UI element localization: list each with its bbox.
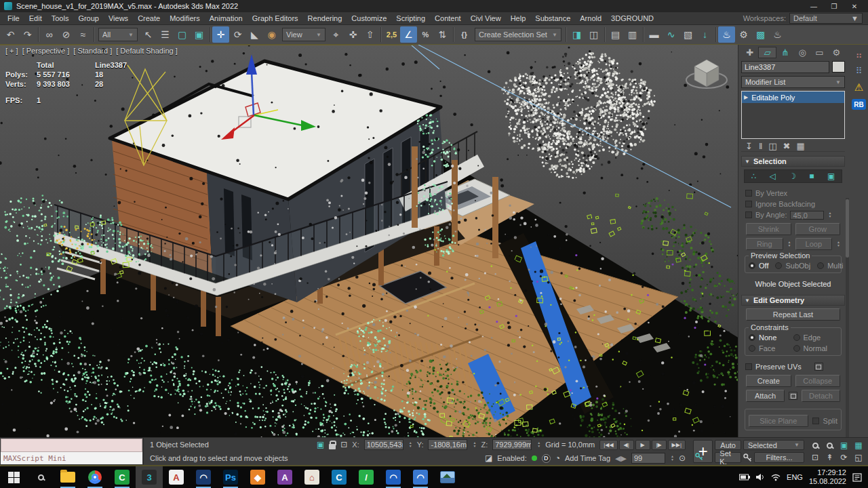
menu-civl-view[interactable]: Civl View	[466, 13, 506, 24]
window-crossing-toggle-button[interactable]: ▣	[191, 26, 208, 43]
taskbar-autocad-icon[interactable]: A	[163, 466, 190, 488]
taskbar-app-orange-icon[interactable]: ◆	[244, 466, 271, 488]
viewport-menu-pov[interactable]: [ Perspective ]	[22, 47, 70, 55]
select-and-scale-button[interactable]: ◣	[246, 26, 263, 43]
maximize-viewport-button[interactable]: ◱	[852, 452, 865, 464]
menu-edit[interactable]: Edit	[24, 13, 47, 24]
attach-list-button[interactable]	[789, 392, 797, 400]
frame-spinner[interactable]: ▲▼	[671, 455, 674, 462]
maxscript-macro-pane[interactable]	[1, 439, 142, 452]
taskbar-chrome-icon[interactable]	[81, 466, 108, 488]
preserve-uvs-checkbox[interactable]	[745, 363, 752, 370]
select-by-name-button[interactable]: ☰	[157, 26, 174, 43]
show-end-result-icon[interactable]: ‖	[759, 141, 762, 151]
walk-through-button[interactable]: ↟	[823, 452, 836, 464]
modifier-list-dropdown[interactable]: Modifier List▼	[741, 76, 845, 88]
stack-item-editable-poly[interactable]: ▶Editable Poly	[742, 92, 844, 103]
schematic-view-button[interactable]: ▧	[679, 26, 696, 43]
taskbar-clock[interactable]: 17:29:1215.08.2022	[809, 468, 846, 486]
viewport-menu-shading[interactable]: [ Default Shading ]	[116, 47, 178, 55]
notifications-icon[interactable]	[852, 473, 862, 482]
angle-snap-toggle-button[interactable]: ∠	[400, 26, 417, 43]
repeat-last-button[interactable]: Repeat Last	[746, 308, 840, 321]
taskbar-file-explorer-icon[interactable]	[54, 466, 81, 488]
maxscript-mini-label[interactable]: MAXScript Mini	[1, 452, 142, 464]
constraint-face-radio[interactable]: Face	[749, 344, 793, 352]
constraint-edge-radio[interactable]: Edge	[793, 333, 838, 342]
key-filters-icon[interactable]	[743, 453, 752, 462]
language-indicator[interactable]: ENG	[787, 473, 803, 481]
spinner-snap-toggle-button[interactable]: ⇅	[434, 26, 451, 43]
ring-button[interactable]: Ring	[746, 238, 783, 250]
select-and-manipulate-button[interactable]: ✜	[344, 26, 361, 43]
isolate-selection-icon[interactable]: ▣	[317, 440, 324, 449]
menu-group[interactable]: Group	[73, 13, 104, 24]
make-unique-icon[interactable]: ◫	[768, 141, 776, 151]
menu-file[interactable]: File	[3, 13, 24, 24]
z-spinner[interactable]: ▲▼	[537, 441, 540, 448]
select-and-link-button[interactable]: ∞	[41, 26, 58, 43]
key-filter-dropdown[interactable]: Selected▼	[743, 440, 804, 450]
tab-modify[interactable]: ▱	[758, 47, 776, 58]
zoom-all-button[interactable]	[823, 440, 836, 451]
start-button[interactable]	[0, 466, 27, 488]
workspaces-select[interactable]: Default▼	[789, 13, 863, 24]
use-pivot-point-center-button[interactable]: ⌖	[328, 26, 344, 43]
viewport-menu-general[interactable]: [ + ]	[5, 47, 18, 55]
object-name-field[interactable]: Line3387	[741, 61, 829, 73]
ring-spinner[interactable]: ▲▼	[788, 241, 791, 247]
viewport-menu-renderer[interactable]: [ Standard ]	[73, 47, 112, 55]
loop-button[interactable]: Loop	[795, 238, 833, 250]
slice-plane-button[interactable]: Slice Plane	[749, 415, 808, 427]
grow-button[interactable]: Grow	[795, 223, 841, 235]
orbit-button[interactable]: ⟳	[837, 452, 851, 464]
unlink-selection-button[interactable]: ⊘	[58, 26, 75, 43]
preview-multi-radio[interactable]: Multi	[817, 262, 843, 270]
y-coordinate-field[interactable]: -1808,16mi	[428, 439, 467, 450]
taskbar-rhino-icon[interactable]: ◠	[190, 466, 217, 488]
time-configuration-icon[interactable]: ⊙	[679, 453, 686, 463]
taskbar-app-teal-c-icon[interactable]: C	[326, 466, 353, 488]
preserve-uvs-settings-button[interactable]	[814, 363, 823, 371]
adaptive-degradation-icon[interactable]: ◪	[485, 453, 492, 463]
menu-substance[interactable]: Substance	[530, 13, 575, 24]
border-subobject-icon[interactable]: ☽	[789, 171, 796, 181]
tab-display[interactable]: ▭	[811, 47, 828, 58]
rb-plugin-badge[interactable]: RB	[852, 99, 866, 110]
menu-rendering[interactable]: Rendering	[303, 13, 347, 24]
zoom-extents-button[interactable]: ▣	[837, 440, 851, 451]
select-and-move-button[interactable]: ✛	[212, 26, 229, 43]
menu-3dground[interactable]: 3DGROUND	[606, 13, 658, 24]
go-to-end-button[interactable]: ▶▶|	[668, 440, 686, 450]
dots-tool-b-icon[interactable]: ⠿	[856, 66, 863, 76]
menu-scripting[interactable]: Scripting	[391, 13, 430, 24]
x-spinner[interactable]: ▲▼	[409, 441, 412, 448]
by-angle-checkbox[interactable]	[745, 211, 752, 218]
material-editor-button[interactable]: ♨	[718, 26, 735, 43]
mirror-button[interactable]: ◨	[568, 26, 585, 43]
edit-named-selection-sets-button[interactable]: {}	[456, 26, 473, 43]
selection-rollout-header[interactable]: ▼ Selection	[741, 156, 845, 167]
next-frame-button[interactable]: |▶	[652, 440, 667, 450]
selection-filter-dropdown[interactable]: All▼	[98, 28, 138, 41]
shrink-button[interactable]: Shrink	[746, 223, 791, 235]
pin-stack-icon[interactable]: ↧	[745, 141, 753, 151]
wifi-icon[interactable]	[771, 474, 781, 481]
by-angle-spinner[interactable]: ▲▼	[828, 211, 831, 218]
play-button[interactable]: ▶	[635, 440, 650, 450]
taskbar-app-blue-curve-2-icon[interactable]: ◠	[407, 466, 434, 488]
loop-spinner[interactable]: ▲▼	[837, 241, 840, 247]
x-coordinate-field[interactable]: 10505,543r	[364, 439, 403, 450]
snaps-toggle-button[interactable]: 2,5	[383, 26, 400, 43]
perspective-viewport[interactable]: [ + ] [ Perspective ] [ Standard ] [ Def…	[0, 45, 738, 437]
toggle-scene-explorer-button[interactable]: ▤	[607, 26, 624, 43]
toggle-ribbon-button[interactable]: ▬	[646, 26, 663, 43]
selection-lock-icon[interactable]	[329, 444, 336, 449]
taskbar-photos-icon[interactable]	[434, 466, 461, 488]
collapse-button[interactable]: Collapse	[795, 375, 841, 387]
redo-button[interactable]: ↷	[19, 26, 36, 43]
ignore-backfacing-checkbox[interactable]	[745, 201, 752, 207]
current-frame-field[interactable]: 99	[631, 453, 665, 464]
keyboard-shortcut-override-button[interactable]: ⇧	[361, 26, 378, 43]
tab-utilities[interactable]: ⚙	[828, 47, 845, 58]
